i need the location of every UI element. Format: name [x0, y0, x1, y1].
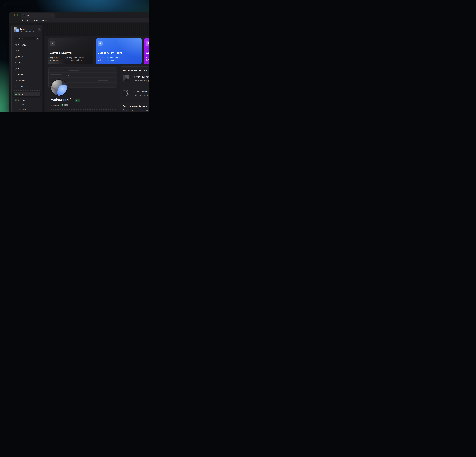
card-title: Advanced DeFi	[146, 51, 149, 54]
sidebar-item-overview[interactable]: Overview	[18, 99, 25, 102]
search-input[interactable]: Search ⌘S	[14, 37, 40, 41]
percent-icon	[15, 85, 17, 87]
mountain-icon	[15, 68, 17, 70]
page-content: Mathew dDefi m_dDefi@[name].com Search ⌘…	[9, 23, 149, 112]
minimize-window-button[interactable]	[14, 14, 16, 16]
tab-close-icon[interactable]: ✕	[52, 14, 53, 16]
card-title: Glossary of Terms	[98, 51, 122, 54]
profile-stats: 2 topics · 2560	[51, 104, 68, 106]
tab-title: DuoFi	[26, 15, 30, 16]
sidebar: Mathew dDefi m_dDefi@[name].com Search ⌘…	[11, 25, 42, 112]
recommended-item-subtitle: Setup and manage your wallet	[134, 80, 149, 82]
grid-icon	[15, 44, 17, 46]
card-title: Getting Started	[50, 51, 72, 54]
recommended-title: Recommended for you	[123, 69, 148, 72]
card-description: Guide to key DeFi terms and abbreviation…	[98, 56, 123, 61]
sidebar-item-swap[interactable]: Swap	[14, 61, 40, 65]
sidebar-item-bridge[interactable]: Bridge	[14, 55, 40, 59]
lightning-icon	[50, 41, 55, 46]
divider	[14, 35, 40, 35]
sidebar-item-courses[interactable]: Courses	[18, 104, 24, 107]
reload-button[interactable]	[21, 19, 23, 21]
recommended-panel: Recommended for you Cryptocurrency Walle…	[120, 67, 149, 100]
sidebar-item-academy[interactable]: Academy	[14, 92, 41, 96]
earn-subtitle: Complete all required steps	[123, 109, 149, 111]
chevron-up-icon[interactable]	[37, 93, 39, 95]
profile-avatar	[51, 79, 68, 96]
globe-icon	[146, 41, 149, 46]
sidebar-item-portfolio[interactable]: Portfolio	[14, 43, 40, 47]
site-favicon-icon	[23, 14, 25, 16]
sidebar-item-terminal[interactable]: Terminal	[14, 78, 40, 83]
recommended-thumbnail-rings[interactable]	[123, 90, 129, 96]
card-description: Begin your DeFi journey with wallet setu…	[50, 57, 88, 61]
sidebar-item-yields[interactable]: Yields	[14, 84, 40, 89]
sidebar-item-defi[interactable]: DeFi	[14, 49, 40, 53]
card-glossary-of-terms[interactable]: Glossary of Terms Guide to key DeFi term…	[96, 38, 142, 64]
columns-icon	[15, 80, 17, 82]
active-dot	[15, 100, 16, 101]
card-advanced-defi[interactable]: Advanced DeFi Explore advanced DeFi stra…	[144, 38, 149, 64]
sidebar-item-onramp[interactable]: Onramp	[14, 73, 40, 77]
topics-count: 2 topics	[51, 104, 59, 106]
globe-icon	[15, 93, 17, 95]
back-button[interactable]	[11, 19, 14, 21]
zoom-window-button[interactable]	[17, 14, 18, 16]
divider	[14, 90, 40, 91]
token-count: 2560	[64, 104, 68, 106]
sidebar-item-nft[interactable]: NFT	[14, 67, 40, 71]
search-icon	[15, 38, 17, 40]
chevron-down-icon[interactable]	[37, 50, 39, 52]
earn-tokens-panel: Earn a more tokens Complete all required…	[120, 102, 149, 112]
gem-icon	[62, 104, 63, 106]
account-switcher-button[interactable]	[38, 28, 41, 31]
pro-badge: PRO	[75, 99, 80, 102]
url-bar[interactable]: https://www.duofi.com	[25, 18, 149, 22]
recommended-item-title[interactable]: Yield Farming	[134, 90, 149, 93]
search-placeholder: Search	[18, 38, 23, 40]
url-text: https://www.duofi.com	[30, 19, 47, 21]
avatar	[14, 27, 19, 33]
hierarchy-icon	[98, 41, 103, 46]
recommended-item-title[interactable]: Cryptocurrency Wallets	[134, 76, 149, 78]
profile-name: Mathew dDefi	[51, 98, 71, 102]
card-description: Explore advanced DeFi strategies.	[146, 56, 149, 61]
forward-button[interactable]	[16, 19, 18, 21]
bridge-icon	[15, 56, 17, 58]
account-email: m_dDefi@[name].com	[20, 31, 34, 32]
dot-separator: ·	[60, 104, 61, 106]
recommended-item-subtitle: Earn returns with your assets	[134, 94, 149, 96]
sidebar-item-tutorials[interactable]: Tutorials	[18, 109, 26, 111]
chart-icon	[15, 50, 17, 52]
new-tab-button[interactable]: +	[58, 14, 59, 16]
lock-icon	[27, 19, 29, 21]
card-getting-started[interactable]: Getting Started Begin your DeFi journey …	[48, 38, 93, 64]
banknote-icon	[15, 74, 17, 76]
earn-title: Earn a more tokens	[123, 105, 147, 108]
search-shortcut-badge: ⌘S	[36, 37, 39, 40]
recommended-thumbnail-cube[interactable]	[123, 75, 129, 82]
divider	[134, 86, 149, 86]
close-window-button[interactable]	[11, 14, 13, 16]
browser-window: DuoFi ✕ + https://www.duofi.com Mathew d…	[9, 12, 149, 112]
swap-icon	[15, 62, 17, 64]
browser-tab[interactable]: DuoFi ✕	[21, 13, 55, 18]
account-name: Mathew dDefi	[20, 28, 31, 30]
